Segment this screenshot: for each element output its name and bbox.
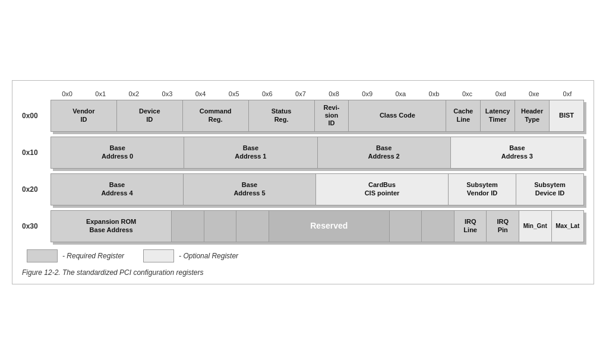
row-0x30: 0x30 Expansion ROMBase Address Reserved … xyxy=(22,210,584,242)
col-header-0x8: 0x8 xyxy=(317,90,351,97)
row-label-0x00: 0x00 xyxy=(22,100,50,132)
cell-status-reg: StatusReg. xyxy=(249,100,315,131)
cell-base-address-4: BaseAddress 4 xyxy=(51,174,184,205)
row-label-0x30: 0x30 xyxy=(22,210,50,242)
row-0x00: 0x00 VendorID DeviceID CommandReg. Statu… xyxy=(22,100,584,132)
legend-optional-label: - Optional Register xyxy=(179,252,238,260)
col-header-0x5: 0x5 xyxy=(217,90,251,97)
row-0x20-cells: BaseAddress 4 BaseAddress 5 CardBusCIS p… xyxy=(50,173,584,205)
row-0x10-cells: BaseAddress 0 BaseAddress 1 BaseAddress … xyxy=(50,137,584,169)
legend-required: - Required Register xyxy=(27,249,124,262)
column-headers: 0x0 0x1 0x2 0x3 0x4 0x5 0x6 0x7 0x8 0x9 … xyxy=(50,90,584,97)
col-header-0x7: 0x7 xyxy=(284,90,317,97)
col-header-0xd: 0xd xyxy=(484,90,517,97)
col-header-0x2: 0x2 xyxy=(117,90,150,97)
cell-device-id: DeviceID xyxy=(117,100,183,131)
row-0x20: 0x20 BaseAddress 4 BaseAddress 5 CardBus… xyxy=(22,173,584,205)
cell-bist: BIST xyxy=(550,100,583,131)
cell-reserved-3 xyxy=(236,211,269,242)
col-header-0x9: 0x9 xyxy=(351,90,384,97)
cell-irq-line: IRQLine xyxy=(454,211,487,242)
col-header-0x3: 0x3 xyxy=(150,90,184,97)
cell-command-reg: CommandReg. xyxy=(183,100,249,131)
legend: - Required Register - Optional Register xyxy=(27,249,584,262)
cell-cardbus-cis: CardBusCIS pointer xyxy=(316,174,449,205)
col-header-0x6: 0x6 xyxy=(251,90,284,97)
cell-latency-timer: LatencyTimer xyxy=(481,100,515,131)
cell-base-address-2: BaseAddress 2 xyxy=(318,137,451,168)
cell-base-address-5: BaseAddress 5 xyxy=(184,174,316,205)
cell-min-gnt: Min_Gnt xyxy=(519,211,552,242)
col-header-0x1: 0x1 xyxy=(84,90,117,97)
cell-irq-pin: IRQPin xyxy=(487,211,519,242)
legend-required-box xyxy=(27,249,58,262)
legend-optional: - Optional Register xyxy=(143,249,238,262)
row-label-0x10: 0x10 xyxy=(22,137,50,169)
row-0x30-cells: Expansion ROMBase Address Reserved IRQLi… xyxy=(50,210,584,242)
cell-base-address-1: BaseAddress 1 xyxy=(184,137,317,168)
col-header-0xf: 0xf xyxy=(551,90,584,97)
col-header-0x0: 0x0 xyxy=(50,90,84,97)
cell-subsystem-vendor-id: SubsytemVendor ID xyxy=(449,174,516,205)
cell-reserved-2 xyxy=(204,211,237,242)
cell-cache-line: CacheLine xyxy=(446,100,481,131)
cell-revision-id: Revi-sionID xyxy=(315,100,349,131)
cell-max-lat: Max_Lat xyxy=(552,211,584,242)
col-header-0xb: 0xb xyxy=(417,90,450,97)
legend-required-label: - Required Register xyxy=(62,252,124,260)
row-0x00-cells: VendorID DeviceID CommandReg. StatusReg.… xyxy=(50,100,584,132)
col-header-0xa: 0xa xyxy=(384,90,417,97)
col-header-0x4: 0x4 xyxy=(184,90,217,97)
row-0x10: 0x10 BaseAddress 0 BaseAddress 1 BaseAdd… xyxy=(22,137,584,169)
cell-header-type: HeaderType xyxy=(515,100,550,131)
figure-caption: Figure 12-2. The standardized PCI config… xyxy=(22,268,584,277)
cell-reserved-1 xyxy=(172,211,204,242)
cell-subsystem-device-id: SubsytemDevice ID xyxy=(516,174,583,205)
cell-reserved-main: Reserved xyxy=(269,211,390,242)
cell-reserved-4 xyxy=(390,211,422,242)
cell-reserved-5 xyxy=(422,211,454,242)
legend-optional-box xyxy=(143,249,174,262)
row-label-0x20: 0x20 xyxy=(22,173,50,205)
cell-base-address-3: BaseAddress 3 xyxy=(451,137,583,168)
main-container: 0x0 0x1 0x2 0x3 0x4 0x5 0x6 0x7 0x8 0x9 … xyxy=(12,80,594,284)
col-header-0xc: 0xc xyxy=(451,90,484,97)
cell-base-address-0: BaseAddress 0 xyxy=(51,137,184,168)
col-header-0xe: 0xe xyxy=(517,90,551,97)
cell-vendor-id: VendorID xyxy=(51,100,117,131)
cell-class-code: Class Code xyxy=(349,100,446,131)
cell-expansion-rom: Expansion ROMBase Address xyxy=(51,211,172,242)
